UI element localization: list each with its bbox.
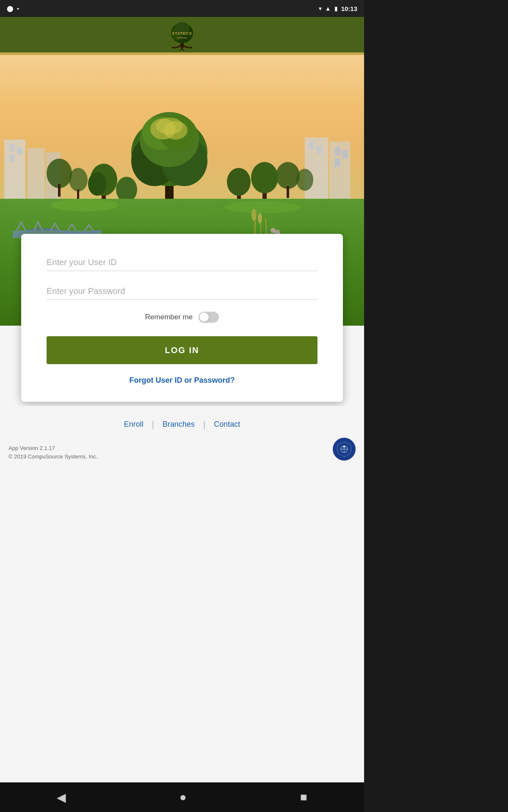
- remember-me-toggle[interactable]: [199, 312, 219, 323]
- copyright: © 2019 CompuSource Systems, Inc.: [8, 453, 97, 461]
- svg-rect-10: [9, 154, 14, 162]
- svg-point-37: [156, 118, 183, 134]
- logo-tree-icon: STATECS employees: [165, 21, 199, 51]
- svg-point-76: [271, 228, 276, 233]
- forgot-link[interactable]: Forgot User ID or Password?: [47, 376, 318, 385]
- svg-rect-11: [17, 147, 22, 155]
- svg-point-27: [296, 169, 313, 191]
- branches-link[interactable]: Branches: [154, 420, 203, 429]
- recent-button[interactable]: ■: [300, 790, 307, 804]
- signal-icon: ▲: [325, 5, 331, 12]
- svg-rect-9: [9, 144, 14, 151]
- svg-rect-15: [309, 142, 314, 149]
- circle-icon: ⬤: [7, 5, 14, 12]
- svg-point-42: [116, 177, 137, 202]
- svg-text:employees: employees: [177, 36, 188, 39]
- svg-rect-19: [334, 159, 340, 167]
- svg-rect-18: [334, 147, 340, 156]
- remember-me-label: Remember me: [145, 313, 193, 321]
- svg-point-44: [227, 168, 251, 196]
- home-button[interactable]: ●: [179, 790, 187, 804]
- svg-point-46: [251, 162, 278, 193]
- svg-point-73: [258, 213, 262, 223]
- status-right: ▾ ▲ ▮ 10:13: [319, 5, 357, 12]
- svg-rect-16: [317, 146, 322, 154]
- logo-container: STATECS employees: [165, 21, 199, 51]
- svg-point-48: [51, 199, 119, 211]
- password-group: [47, 283, 318, 300]
- svg-rect-8: [4, 140, 25, 207]
- svg-point-50: [119, 205, 220, 218]
- footer-text-block: App Version 2.1.17 © 2019 CompuSource Sy…: [8, 444, 97, 461]
- svg-point-40: [88, 172, 107, 196]
- svg-point-49: [224, 201, 301, 213]
- status-left: ⬤ ▪: [7, 5, 19, 12]
- svg-rect-26: [287, 186, 289, 198]
- svg-text:STATECS: STATECS: [172, 31, 192, 36]
- user-id-group: [47, 254, 318, 271]
- svg-rect-12: [28, 148, 44, 207]
- toggle-knob: [199, 313, 209, 322]
- svg-point-72: [251, 209, 257, 221]
- svg-rect-20: [342, 150, 348, 159]
- login-card: Remember me LOG IN Forgot User ID or Pas…: [21, 234, 343, 402]
- compusource-logo: [333, 438, 356, 461]
- contact-link[interactable]: Contact: [205, 420, 248, 429]
- svg-point-81: [343, 446, 345, 448]
- svg-point-21: [47, 159, 72, 188]
- wifi-icon: ▾: [319, 5, 322, 12]
- svg-rect-22: [58, 184, 61, 197]
- svg-point-23: [69, 168, 88, 192]
- footer-row: App Version 2.1.17 © 2019 CompuSource Sy…: [0, 438, 364, 461]
- app-version: App Version 2.1.17: [8, 444, 97, 453]
- svg-rect-24: [77, 189, 79, 200]
- content-area: Remember me LOG IN Forgot User ID or Pas…: [0, 55, 364, 782]
- nav-bar: ◀ ● ■: [0, 782, 364, 812]
- enroll-link[interactable]: Enroll: [116, 420, 152, 429]
- sd-card-icon: ▪: [17, 5, 19, 12]
- status-bar: ⬤ ▪ ▾ ▲ ▮ 10:13: [0, 0, 364, 17]
- bottom-section: Enroll | Branches | Contact App Version …: [0, 406, 364, 469]
- bottom-links: Enroll | Branches | Contact: [116, 420, 249, 429]
- login-button[interactable]: LOG IN: [47, 336, 318, 364]
- password-input[interactable]: [47, 283, 318, 300]
- status-time: 10:13: [341, 5, 357, 12]
- user-id-input[interactable]: [47, 254, 318, 271]
- back-button[interactable]: ◀: [57, 790, 66, 804]
- remember-me-row: Remember me: [47, 312, 318, 323]
- battery-icon: ▮: [334, 5, 338, 12]
- hero-section: Remember me LOG IN Forgot User ID or Pas…: [0, 55, 364, 406]
- app-header: STATECS employees: [0, 17, 364, 55]
- svg-point-25: [276, 162, 300, 189]
